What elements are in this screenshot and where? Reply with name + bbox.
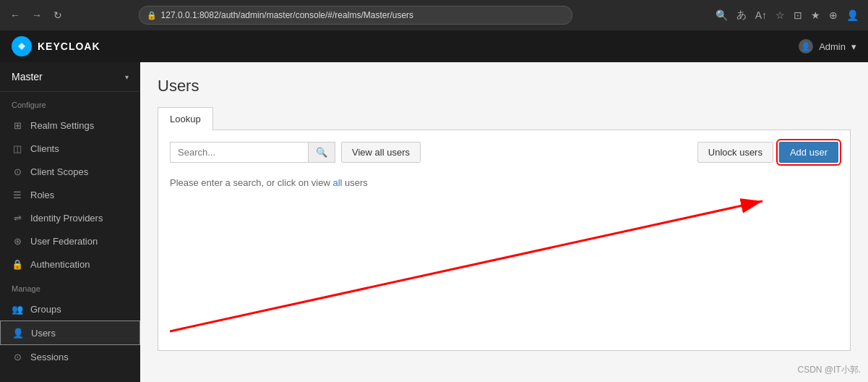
search-wrapper: 🔍 <box>170 142 335 163</box>
sidebar-item-users[interactable]: 👤 Users <box>0 321 140 345</box>
sidebar-item-client-scopes[interactable]: ⊙ Client Scopes <box>0 160 140 183</box>
realm-settings-icon: ⊞ <box>12 119 23 131</box>
users-icon: 👤 <box>12 327 24 339</box>
bookmark-icon[interactable]: ★ <box>809 7 822 23</box>
sidebar-item-label: Roles <box>30 190 54 200</box>
sidebar-item-clients[interactable]: ◫ Clients <box>0 137 140 160</box>
client-scopes-icon: ⊙ <box>12 166 23 177</box>
annotation-arrow <box>170 194 820 339</box>
brand-logo <box>12 36 32 56</box>
view-all-users-button[interactable]: View all users <box>341 142 421 163</box>
user-federation-icon: ⊛ <box>12 235 23 247</box>
forward-button[interactable]: → <box>29 7 45 24</box>
tab-bar: Lookup <box>158 107 851 130</box>
sidebar-item-sessions[interactable]: ⊙ Sessions <box>0 345 140 368</box>
extension-icon[interactable]: ⊕ <box>827 7 840 23</box>
browser-right-icons: 🔍 あ A↑ ☆ ⊡ ★ ⊕ 👤 <box>713 7 861 24</box>
refresh-button[interactable]: ↻ <box>51 7 65 24</box>
sidebar-item-label: Clients <box>30 143 59 154</box>
authentication-icon: 🔒 <box>12 258 23 270</box>
sidebar-item-label: Identity Providers <box>30 213 103 224</box>
brand: KEYCLOAK <box>12 36 100 56</box>
sidebar-item-authentication[interactable]: 🔒 Authentication <box>0 252 140 276</box>
annotation-area <box>170 194 838 339</box>
realm-arrow: ▾ <box>125 73 129 81</box>
admin-dropdown-icon: ▾ <box>851 41 856 52</box>
configure-section-label: Configure <box>0 92 140 114</box>
sidebar-item-realm-settings[interactable]: ⊞ Realm Settings <box>0 114 140 137</box>
unlock-users-button[interactable]: Unlock users <box>697 142 773 163</box>
sidebar-item-groups[interactable]: 👥 Groups <box>0 297 140 321</box>
groups-icon: 👥 <box>12 303 23 315</box>
search-input[interactable] <box>171 143 308 162</box>
users-info-text: Please enter a search, or click on view … <box>170 171 838 194</box>
clients-icon: ◫ <box>12 143 23 154</box>
translate-icon[interactable]: あ <box>734 7 749 24</box>
admin-label: Admin <box>819 41 846 52</box>
sidebar-item-label: Authentication <box>30 259 90 270</box>
sessions-icon: ⊙ <box>12 351 23 362</box>
sidebar-item-label: Groups <box>30 304 61 315</box>
admin-avatar: 👤 <box>799 39 813 54</box>
sidebar-item-user-federation[interactable]: ⊛ User Federation <box>0 229 140 252</box>
users-panel: 🔍 View all users Unlock users Add user P… <box>158 130 851 351</box>
address-bar[interactable]: 🔒 127.0.0.1:8082/auth/admin/master/conso… <box>139 6 572 25</box>
main-layout: Master ▾ Configure ⊞ Realm Settings ◫ Cl… <box>0 62 868 382</box>
page-title: Users <box>158 77 851 96</box>
search-browser-icon[interactable]: 🔍 <box>713 7 730 23</box>
sidebar-item-label: Client Scopes <box>30 166 88 177</box>
star-icon[interactable]: ☆ <box>773 7 787 23</box>
users-toolbar: 🔍 View all users Unlock users Add user <box>170 142 838 163</box>
svg-line-2 <box>170 201 762 331</box>
view-all-link[interactable]: all <box>332 177 342 188</box>
sidebar: Master ▾ Configure ⊞ Realm Settings ◫ Cl… <box>0 62 140 382</box>
content-area: Users Lookup 🔍 View all users Unlock use… <box>140 62 868 382</box>
add-user-button[interactable]: Add user <box>779 142 838 163</box>
sidebar-item-label: Users <box>31 328 56 339</box>
realm-name: Master <box>12 71 43 82</box>
sidebar-item-label: User Federation <box>30 236 98 247</box>
browser-chrome: ← → ↻ 🔒 127.0.0.1:8082/auth/admin/master… <box>0 0 868 30</box>
watermark: CSDN @IT小郭. <box>797 364 861 376</box>
url-text: 127.0.0.1:8082/auth/admin/master/console… <box>161 10 414 20</box>
lock-icon: 🔒 <box>147 11 157 20</box>
search-button[interactable]: 🔍 <box>308 143 335 162</box>
top-navbar: KEYCLOAK 👤 Admin ▾ <box>0 30 868 62</box>
sidebar-item-identity-providers[interactable]: ⇌ Identity Providers <box>0 206 140 229</box>
brand-name: KEYCLOAK <box>38 41 100 52</box>
sidebar-item-label: Sessions <box>30 352 69 362</box>
admin-menu[interactable]: 👤 Admin ▾ <box>799 39 856 54</box>
roles-icon: ☰ <box>12 189 23 200</box>
realm-selector[interactable]: Master ▾ <box>0 62 140 92</box>
split-icon[interactable]: ⊡ <box>791 7 804 23</box>
sidebar-item-roles[interactable]: ☰ Roles <box>0 183 140 206</box>
manage-section-label: Manage <box>0 276 140 297</box>
tab-lookup[interactable]: Lookup <box>158 107 213 130</box>
font-icon[interactable]: A↑ <box>753 7 769 23</box>
back-button[interactable]: ← <box>7 7 23 24</box>
app-wrapper: KEYCLOAK 👤 Admin ▾ Master ▾ Configure ⊞ … <box>0 30 868 382</box>
sidebar-item-label: Realm Settings <box>30 120 94 131</box>
identity-providers-icon: ⇌ <box>12 212 23 224</box>
info-text-after: users <box>342 177 367 188</box>
profile-icon[interactable]: 👤 <box>844 7 861 23</box>
info-text-before: Please enter a search, or click on view <box>170 177 332 188</box>
